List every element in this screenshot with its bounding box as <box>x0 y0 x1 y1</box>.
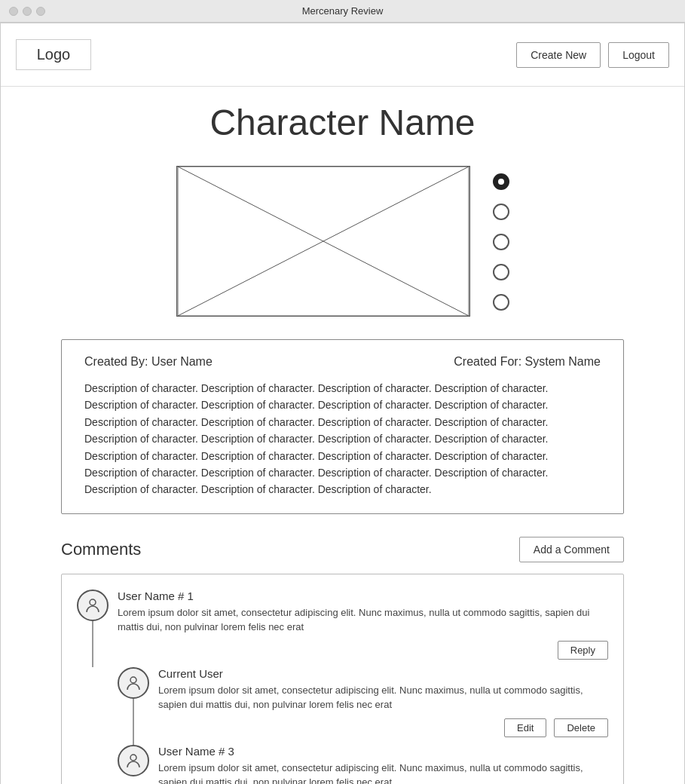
app-title: Mercenary Review <box>302 5 384 17</box>
character-description: Description of character. Description of… <box>84 380 601 498</box>
logo: Logo <box>16 39 91 70</box>
radio-circle-5[interactable] <box>493 294 509 311</box>
radio-group <box>493 166 509 311</box>
close-button[interactable] <box>9 7 18 16</box>
reply-username-1: Current User <box>158 667 608 680</box>
reply-content-2: User Name # 3 Lorem ipsum dolor sit amet… <box>158 745 608 784</box>
header: Logo Create New Logout <box>1 23 684 87</box>
comment-item-1: User Name # 1 Lorem ipsum dolor sit amet… <box>77 590 608 660</box>
thread-line-1 <box>92 621 93 667</box>
created-for: Created For: System Name <box>454 355 601 369</box>
radio-circle-4[interactable] <box>493 264 509 280</box>
avatar-1 <box>77 590 109 621</box>
radio-option-3[interactable] <box>493 234 509 250</box>
comments-list: User Name # 1 Lorem ipsum dolor sit amet… <box>61 574 624 784</box>
comments-title: Comments <box>61 540 141 559</box>
avatar-2 <box>118 667 149 699</box>
comment-content-1: User Name # 1 Lorem ipsum dolor sit amet… <box>118 590 608 660</box>
created-by: Created By: User Name <box>84 355 213 369</box>
add-comment-button[interactable]: Add a Comment <box>519 537 624 562</box>
info-box: Created By: User Name Created For: Syste… <box>61 339 624 514</box>
radio-circle-3[interactable] <box>493 234 509 250</box>
radio-option-2[interactable] <box>493 204 509 220</box>
comment-actions-1: Reply <box>118 641 608 660</box>
radio-option-1[interactable] <box>493 173 509 190</box>
thread-line-2 <box>133 699 134 745</box>
app-window: Logo Create New Logout Character Name <box>0 23 685 784</box>
info-header: Created By: User Name Created For: Syste… <box>84 355 601 369</box>
avatar-3 <box>118 745 149 776</box>
comment-username-1: User Name # 1 <box>118 590 608 602</box>
delete-button-1[interactable]: Delete <box>554 718 608 737</box>
radio-option-5[interactable] <box>493 294 509 311</box>
comment-thread-1: User Name # 1 Lorem ipsum dolor sit amet… <box>77 590 608 784</box>
character-image <box>176 166 470 317</box>
reply-button-1[interactable]: Reply <box>558 641 608 660</box>
reply-text-1: Lorem ipsum dolor sit amet, consectetur … <box>158 683 608 712</box>
logout-button[interactable]: Logout <box>608 42 669 68</box>
sub-comment-1: Current User Lorem ipsum dolor sit amet,… <box>118 667 608 784</box>
reply-item-2: User Name # 3 Lorem ipsum dolor sit amet… <box>118 745 608 784</box>
title-bar: Mercenary Review <box>0 0 685 23</box>
character-title: Character Name <box>61 102 624 143</box>
reply-content-1: Current User Lorem ipsum dolor sit amet,… <box>158 667 608 737</box>
reply-item-1: Current User Lorem ipsum dolor sit amet,… <box>118 667 608 737</box>
radio-circle-1[interactable] <box>493 173 509 190</box>
reply-text-2: Lorem ipsum dolor sit amet, consectetur … <box>158 761 608 784</box>
svg-point-4 <box>130 677 136 683</box>
main-content: Character Name <box>1 87 684 784</box>
svg-point-5 <box>130 755 136 761</box>
radio-option-4[interactable] <box>493 264 509 280</box>
create-new-button[interactable]: Create New <box>516 42 601 68</box>
minimize-button[interactable] <box>23 7 32 16</box>
reply-actions-1: Edit Delete <box>158 718 608 737</box>
maximize-button[interactable] <box>36 7 45 16</box>
traffic-lights <box>9 7 45 16</box>
edit-button-1[interactable]: Edit <box>504 718 546 737</box>
image-section <box>61 166 624 317</box>
comments-header: Comments Add a Comment <box>61 537 624 562</box>
radio-circle-2[interactable] <box>493 204 509 220</box>
reply-username-2: User Name # 3 <box>158 745 608 758</box>
svg-point-3 <box>90 599 96 605</box>
header-buttons: Create New Logout <box>516 42 669 68</box>
comment-text-1: Lorem ipsum dolor sit amet, consectetur … <box>118 605 608 635</box>
